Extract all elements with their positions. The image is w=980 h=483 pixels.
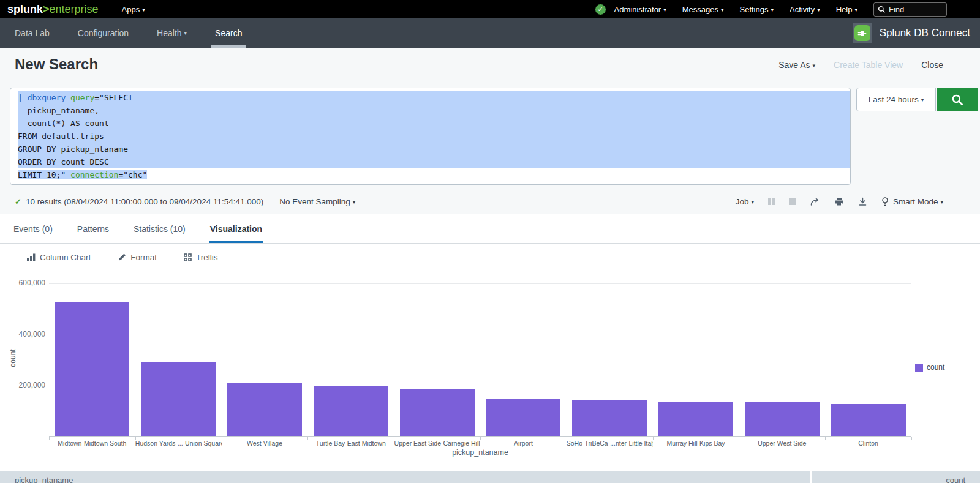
tab-statistics[interactable]: Statistics (10): [132, 214, 187, 244]
run-search-button[interactable]: [937, 88, 978, 111]
bar[interactable]: [141, 362, 216, 436]
close-button[interactable]: Close: [921, 60, 943, 70]
chevron-down-icon: ▾: [854, 7, 858, 13]
bar[interactable]: [314, 386, 388, 436]
column-header-pickup-ntaname[interactable]: pickup_ntaname: [0, 471, 810, 483]
x-tick: [653, 437, 654, 440]
chevron-down-icon: ▾: [353, 199, 356, 205]
x-category-label: Upper East Side-Carnegie Hill: [394, 440, 480, 447]
x-category-label: SoHo-TriBeCa-...nter-Little Italy: [567, 440, 653, 447]
bar[interactable]: [55, 302, 129, 436]
settings-menu[interactable]: Settings▾: [740, 5, 774, 14]
time-range-picker[interactable]: Last 24 hours▾: [856, 88, 936, 111]
splunk-logo[interactable]: splunk>enterprise: [7, 3, 99, 16]
column-chart-icon: [27, 253, 36, 261]
nav-item-search[interactable]: Search: [211, 18, 246, 48]
job-status-bar: ✓ 10 results (08/04/2024 11:00:00.000 to…: [0, 193, 980, 209]
x-tick: [480, 437, 481, 440]
viz-controls: Column Chart Format Trellis: [0, 244, 980, 271]
search-query-editor[interactable]: | dbxquery query="SELECT pickup_ntaname,…: [10, 88, 851, 185]
chevron-down-icon: ▾: [940, 199, 943, 205]
app-navbar: Data Lab Configuration Health▾ Search Sp…: [0, 18, 980, 48]
search-header-band: New Search Save As▾ Create Table View Cl…: [0, 48, 980, 214]
find-search-input[interactable]: [889, 5, 938, 14]
nav-item-health[interactable]: Health▾: [153, 18, 190, 48]
x-tick: [222, 437, 222, 440]
messages-menu[interactable]: Messages▾: [682, 5, 724, 14]
x-category-label: Midtown-Midtown South: [49, 440, 135, 447]
tab-visualization[interactable]: Visualization: [209, 214, 263, 244]
tab-patterns[interactable]: Patterns: [76, 214, 110, 244]
pencil-icon: [118, 253, 126, 261]
tab-events[interactable]: Events (0): [12, 214, 54, 244]
search-mode-dropdown[interactable]: Smart Mode▾: [881, 197, 943, 206]
x-tick: [307, 437, 308, 440]
trellis-button[interactable]: Trellis: [184, 253, 218, 262]
bar[interactable]: [658, 402, 733, 436]
lightbulb-icon: [881, 197, 889, 206]
statistics-table-header: pickup_ntaname count: [0, 471, 980, 483]
x-tick: [49, 437, 50, 440]
create-table-view-button[interactable]: Create Table View: [834, 60, 903, 70]
pause-icon[interactable]: [768, 198, 775, 205]
nav-item-data-lab[interactable]: Data Lab: [11, 18, 53, 48]
chart-type-picker[interactable]: Column Chart: [27, 253, 91, 262]
bar[interactable]: [227, 383, 302, 436]
column-chart: 200,000400,000600,000 count Midtown-Midt…: [0, 271, 980, 462]
x-tick: [567, 437, 567, 440]
chevron-down-icon: ▾: [184, 30, 187, 36]
app-home-link[interactable]: Splunk DB Connect: [853, 23, 970, 43]
chevron-down-icon: ▾: [921, 97, 924, 103]
stop-icon[interactable]: [789, 198, 796, 205]
print-icon[interactable]: [834, 197, 844, 206]
chevron-down-icon: ▾: [663, 7, 666, 13]
format-button[interactable]: Format: [118, 253, 157, 262]
bar[interactable]: [572, 400, 647, 436]
results-tabs: Events (0) Patterns Statistics (10) Visu…: [0, 214, 980, 244]
bar[interactable]: [831, 404, 906, 436]
topbar: splunk>enterprise Apps▾ ✓ Administrator▾…: [0, 0, 980, 18]
find-search-box[interactable]: [873, 2, 947, 17]
chevron-down-icon: ▾: [142, 7, 145, 13]
x-tick: [739, 437, 739, 440]
event-sampling-dropdown[interactable]: No Event Sampling▾: [279, 197, 355, 206]
column-header-count[interactable]: count: [812, 471, 980, 483]
x-category-label: Hudson Yards-...-Union Square: [135, 440, 222, 447]
save-as-button[interactable]: Save As▾: [778, 60, 815, 70]
download-icon[interactable]: [858, 197, 867, 206]
x-category-label: West Village: [222, 440, 308, 447]
gridline: [49, 335, 911, 335]
chevron-down-icon: ▾: [813, 62, 816, 69]
nav-item-configuration[interactable]: Configuration: [74, 18, 132, 48]
bar[interactable]: [400, 389, 475, 436]
legend-item-count[interactable]: count: [915, 363, 944, 372]
logo-brand: splunk: [7, 3, 43, 16]
x-category-label: Clinton: [825, 440, 911, 447]
y-tick-label: 200,000: [19, 381, 45, 389]
administrator-menu[interactable]: Administrator▾: [614, 5, 666, 14]
share-icon[interactable]: [810, 197, 820, 206]
y-axis: 200,000400,000600,000: [0, 271, 45, 448]
trellis-grid-icon: [184, 253, 192, 261]
logo-gt: >: [43, 3, 50, 16]
app-name: Splunk DB Connect: [880, 27, 970, 39]
y-axis-title: count: [9, 349, 17, 367]
help-menu[interactable]: Help▾: [836, 5, 858, 14]
legend-swatch: [915, 364, 923, 372]
gridline: [49, 283, 911, 284]
bar[interactable]: [486, 399, 560, 436]
apps-menu[interactable]: Apps▾: [122, 5, 145, 14]
search-icon: [878, 6, 886, 13]
job-menu[interactable]: Job▾: [736, 197, 754, 206]
activity-menu[interactable]: Activity▾: [790, 5, 820, 14]
bar[interactable]: [745, 402, 820, 436]
y-tick-label: 600,000: [19, 279, 45, 287]
x-axis-title: pickup_ntaname: [49, 448, 911, 457]
chevron-down-icon: ▾: [817, 7, 820, 13]
health-status-icon[interactable]: ✓: [595, 4, 606, 15]
page-title: New Search: [15, 56, 98, 73]
results-summary: 10 results (08/04/2024 11:00:00.000 to 0…: [26, 197, 263, 206]
chevron-down-icon: ▾: [751, 199, 754, 205]
logo-product: enterprise: [50, 3, 99, 16]
x-category-label: Upper West Side: [739, 440, 825, 447]
